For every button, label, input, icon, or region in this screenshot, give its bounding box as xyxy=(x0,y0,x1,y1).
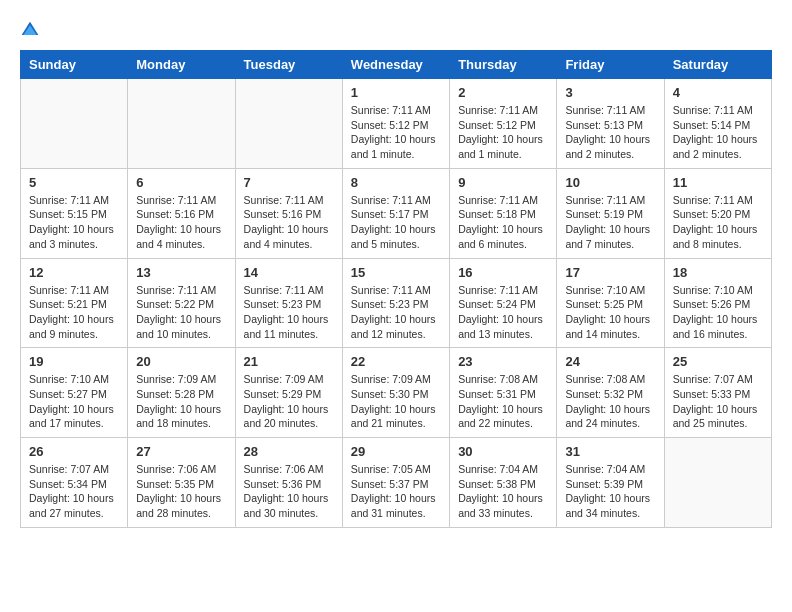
day-info: Sunrise: 7:06 AM Sunset: 5:36 PM Dayligh… xyxy=(244,462,334,521)
day-info: Sunrise: 7:09 AM Sunset: 5:29 PM Dayligh… xyxy=(244,372,334,431)
calendar-cell: 10Sunrise: 7:11 AM Sunset: 5:19 PM Dayli… xyxy=(557,168,664,258)
calendar-cell: 19Sunrise: 7:10 AM Sunset: 5:27 PM Dayli… xyxy=(21,348,128,438)
calendar-cell xyxy=(21,79,128,169)
day-number: 12 xyxy=(29,265,119,280)
day-info: Sunrise: 7:11 AM Sunset: 5:16 PM Dayligh… xyxy=(136,193,226,252)
day-number: 13 xyxy=(136,265,226,280)
calendar-cell: 29Sunrise: 7:05 AM Sunset: 5:37 PM Dayli… xyxy=(342,438,449,528)
weekday-header-saturday: Saturday xyxy=(664,51,771,79)
calendar-cell xyxy=(664,438,771,528)
calendar-cell: 22Sunrise: 7:09 AM Sunset: 5:30 PM Dayli… xyxy=(342,348,449,438)
calendar-cell: 15Sunrise: 7:11 AM Sunset: 5:23 PM Dayli… xyxy=(342,258,449,348)
weekday-header-tuesday: Tuesday xyxy=(235,51,342,79)
day-number: 23 xyxy=(458,354,548,369)
calendar-cell: 13Sunrise: 7:11 AM Sunset: 5:22 PM Dayli… xyxy=(128,258,235,348)
day-number: 25 xyxy=(673,354,763,369)
day-info: Sunrise: 7:10 AM Sunset: 5:27 PM Dayligh… xyxy=(29,372,119,431)
day-info: Sunrise: 7:05 AM Sunset: 5:37 PM Dayligh… xyxy=(351,462,441,521)
calendar-cell: 2Sunrise: 7:11 AM Sunset: 5:12 PM Daylig… xyxy=(450,79,557,169)
day-number: 15 xyxy=(351,265,441,280)
day-info: Sunrise: 7:11 AM Sunset: 5:20 PM Dayligh… xyxy=(673,193,763,252)
calendar-cell: 11Sunrise: 7:11 AM Sunset: 5:20 PM Dayli… xyxy=(664,168,771,258)
day-number: 20 xyxy=(136,354,226,369)
day-number: 17 xyxy=(565,265,655,280)
calendar-cell: 14Sunrise: 7:11 AM Sunset: 5:23 PM Dayli… xyxy=(235,258,342,348)
calendar-cell: 24Sunrise: 7:08 AM Sunset: 5:32 PM Dayli… xyxy=(557,348,664,438)
day-info: Sunrise: 7:11 AM Sunset: 5:22 PM Dayligh… xyxy=(136,283,226,342)
weekday-header-monday: Monday xyxy=(128,51,235,79)
calendar-cell: 4Sunrise: 7:11 AM Sunset: 5:14 PM Daylig… xyxy=(664,79,771,169)
weekday-header-row: SundayMondayTuesdayWednesdayThursdayFrid… xyxy=(21,51,772,79)
weekday-header-wednesday: Wednesday xyxy=(342,51,449,79)
day-info: Sunrise: 7:11 AM Sunset: 5:24 PM Dayligh… xyxy=(458,283,548,342)
day-number: 26 xyxy=(29,444,119,459)
day-info: Sunrise: 7:11 AM Sunset: 5:12 PM Dayligh… xyxy=(458,103,548,162)
day-number: 30 xyxy=(458,444,548,459)
day-info: Sunrise: 7:11 AM Sunset: 5:23 PM Dayligh… xyxy=(244,283,334,342)
day-info: Sunrise: 7:11 AM Sunset: 5:15 PM Dayligh… xyxy=(29,193,119,252)
day-number: 10 xyxy=(565,175,655,190)
calendar-cell: 5Sunrise: 7:11 AM Sunset: 5:15 PM Daylig… xyxy=(21,168,128,258)
calendar-cell: 6Sunrise: 7:11 AM Sunset: 5:16 PM Daylig… xyxy=(128,168,235,258)
calendar-cell: 25Sunrise: 7:07 AM Sunset: 5:33 PM Dayli… xyxy=(664,348,771,438)
day-info: Sunrise: 7:09 AM Sunset: 5:30 PM Dayligh… xyxy=(351,372,441,431)
day-number: 11 xyxy=(673,175,763,190)
day-info: Sunrise: 7:07 AM Sunset: 5:33 PM Dayligh… xyxy=(673,372,763,431)
calendar-cell: 18Sunrise: 7:10 AM Sunset: 5:26 PM Dayli… xyxy=(664,258,771,348)
calendar-cell: 21Sunrise: 7:09 AM Sunset: 5:29 PM Dayli… xyxy=(235,348,342,438)
logo-icon xyxy=(20,20,40,40)
day-info: Sunrise: 7:11 AM Sunset: 5:17 PM Dayligh… xyxy=(351,193,441,252)
day-number: 22 xyxy=(351,354,441,369)
day-info: Sunrise: 7:11 AM Sunset: 5:13 PM Dayligh… xyxy=(565,103,655,162)
day-info: Sunrise: 7:07 AM Sunset: 5:34 PM Dayligh… xyxy=(29,462,119,521)
day-number: 16 xyxy=(458,265,548,280)
week-row-1: 1Sunrise: 7:11 AM Sunset: 5:12 PM Daylig… xyxy=(21,79,772,169)
day-number: 31 xyxy=(565,444,655,459)
page-header xyxy=(20,20,772,40)
day-number: 18 xyxy=(673,265,763,280)
day-info: Sunrise: 7:04 AM Sunset: 5:38 PM Dayligh… xyxy=(458,462,548,521)
day-info: Sunrise: 7:10 AM Sunset: 5:26 PM Dayligh… xyxy=(673,283,763,342)
day-number: 9 xyxy=(458,175,548,190)
day-number: 28 xyxy=(244,444,334,459)
calendar-cell: 7Sunrise: 7:11 AM Sunset: 5:16 PM Daylig… xyxy=(235,168,342,258)
week-row-5: 26Sunrise: 7:07 AM Sunset: 5:34 PM Dayli… xyxy=(21,438,772,528)
weekday-header-thursday: Thursday xyxy=(450,51,557,79)
day-number: 21 xyxy=(244,354,334,369)
weekday-header-friday: Friday xyxy=(557,51,664,79)
calendar-cell: 30Sunrise: 7:04 AM Sunset: 5:38 PM Dayli… xyxy=(450,438,557,528)
calendar-cell: 26Sunrise: 7:07 AM Sunset: 5:34 PM Dayli… xyxy=(21,438,128,528)
day-info: Sunrise: 7:04 AM Sunset: 5:39 PM Dayligh… xyxy=(565,462,655,521)
day-info: Sunrise: 7:11 AM Sunset: 5:14 PM Dayligh… xyxy=(673,103,763,162)
day-info: Sunrise: 7:11 AM Sunset: 5:19 PM Dayligh… xyxy=(565,193,655,252)
day-number: 14 xyxy=(244,265,334,280)
day-info: Sunrise: 7:10 AM Sunset: 5:25 PM Dayligh… xyxy=(565,283,655,342)
day-number: 3 xyxy=(565,85,655,100)
day-info: Sunrise: 7:09 AM Sunset: 5:28 PM Dayligh… xyxy=(136,372,226,431)
day-info: Sunrise: 7:08 AM Sunset: 5:31 PM Dayligh… xyxy=(458,372,548,431)
day-info: Sunrise: 7:06 AM Sunset: 5:35 PM Dayligh… xyxy=(136,462,226,521)
day-number: 4 xyxy=(673,85,763,100)
calendar-cell: 28Sunrise: 7:06 AM Sunset: 5:36 PM Dayli… xyxy=(235,438,342,528)
calendar-cell: 31Sunrise: 7:04 AM Sunset: 5:39 PM Dayli… xyxy=(557,438,664,528)
week-row-2: 5Sunrise: 7:11 AM Sunset: 5:15 PM Daylig… xyxy=(21,168,772,258)
day-number: 2 xyxy=(458,85,548,100)
calendar-cell: 12Sunrise: 7:11 AM Sunset: 5:21 PM Dayli… xyxy=(21,258,128,348)
day-info: Sunrise: 7:11 AM Sunset: 5:12 PM Dayligh… xyxy=(351,103,441,162)
logo xyxy=(20,20,42,40)
calendar-table: SundayMondayTuesdayWednesdayThursdayFrid… xyxy=(20,50,772,528)
day-number: 29 xyxy=(351,444,441,459)
day-info: Sunrise: 7:11 AM Sunset: 5:18 PM Dayligh… xyxy=(458,193,548,252)
day-info: Sunrise: 7:11 AM Sunset: 5:21 PM Dayligh… xyxy=(29,283,119,342)
weekday-header-sunday: Sunday xyxy=(21,51,128,79)
calendar-cell: 16Sunrise: 7:11 AM Sunset: 5:24 PM Dayli… xyxy=(450,258,557,348)
day-number: 1 xyxy=(351,85,441,100)
calendar-cell xyxy=(128,79,235,169)
calendar-cell: 20Sunrise: 7:09 AM Sunset: 5:28 PM Dayli… xyxy=(128,348,235,438)
calendar-cell: 8Sunrise: 7:11 AM Sunset: 5:17 PM Daylig… xyxy=(342,168,449,258)
calendar-cell xyxy=(235,79,342,169)
calendar-cell: 27Sunrise: 7:06 AM Sunset: 5:35 PM Dayli… xyxy=(128,438,235,528)
day-number: 8 xyxy=(351,175,441,190)
day-info: Sunrise: 7:11 AM Sunset: 5:16 PM Dayligh… xyxy=(244,193,334,252)
calendar-cell: 17Sunrise: 7:10 AM Sunset: 5:25 PM Dayli… xyxy=(557,258,664,348)
